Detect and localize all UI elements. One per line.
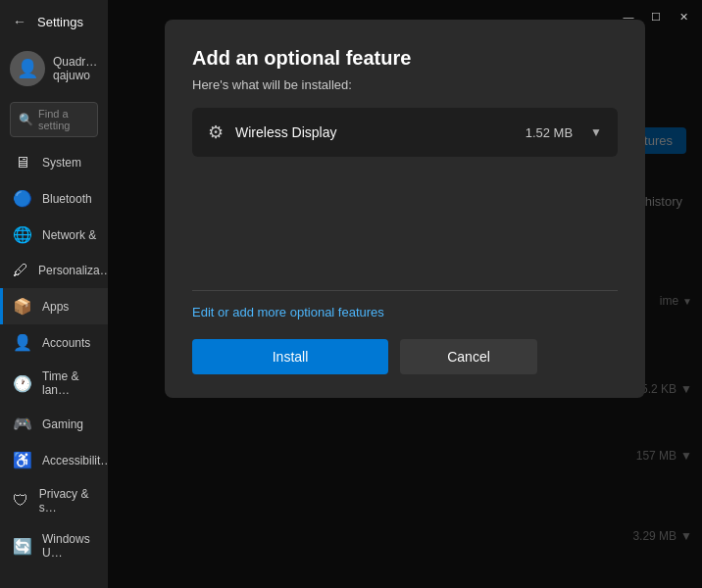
search-icon: 🔍	[19, 113, 33, 126]
sidebar-item-time[interactable]: 🕐 Time & lan…	[0, 361, 108, 406]
sidebar: ← Settings 👤 Quadr… qajuwo 🔍 Find a sett…	[0, 0, 108, 588]
install-button[interactable]: Install	[192, 339, 388, 374]
sidebar-item-label: Time & lan…	[42, 369, 98, 397]
sidebar-header: ← Settings	[0, 0, 108, 43]
sidebar-item-label: Apps	[42, 300, 69, 314]
add-optional-feature-modal: Add an optional feature Here's what will…	[165, 20, 645, 398]
avatar: 👤	[10, 51, 45, 86]
gaming-icon: 🎮	[13, 415, 32, 433]
modal-actions: Install Cancel	[192, 339, 618, 374]
avatar-icon: 👤	[17, 58, 38, 79]
sidebar-item-label: Bluetooth	[42, 192, 92, 206]
user-section: 👤 Quadr… qajuwo	[0, 43, 108, 94]
sidebar-item-privacy[interactable]: 🛡 Privacy & s…	[0, 478, 108, 523]
accounts-icon: 👤	[13, 333, 32, 352]
minimize-button[interactable]: —	[620, 8, 637, 25]
sidebar-item-system[interactable]: 🖥 System	[0, 145, 108, 180]
sidebar-item-label: Network &	[42, 228, 96, 242]
sidebar-item-network[interactable]: 🌐 Network &	[0, 217, 108, 253]
accessibility-icon: ♿	[13, 451, 32, 469]
sidebar-item-label: Windows U…	[42, 532, 98, 560]
cancel-button[interactable]: Cancel	[400, 339, 537, 374]
sidebar-item-label: Accessibilit…	[42, 454, 108, 467]
feature-name: Wireless Display	[235, 124, 514, 140]
network-icon: 🌐	[13, 225, 32, 244]
update-icon: 🔄	[13, 537, 32, 556]
sidebar-title: Settings	[37, 15, 83, 29]
sidebar-item-accessibility[interactable]: ♿ Accessibilit…	[0, 442, 108, 478]
modal-overlay: Add an optional feature Here's what will…	[108, 0, 702, 588]
close-button[interactable]: ✕	[675, 8, 692, 25]
search-box[interactable]: 🔍 Find a setting	[10, 102, 98, 137]
edit-features-link[interactable]: Edit or add more optional features	[192, 305, 618, 319]
bluetooth-icon: 🔵	[13, 189, 32, 208]
maximize-button[interactable]: ☐	[647, 8, 665, 25]
modal-spacer	[192, 172, 618, 290]
window-controls: — ☐ ✕	[620, 8, 692, 25]
personalization-icon: 🖊	[13, 262, 28, 279]
feature-expand-icon[interactable]: ▼	[590, 125, 602, 139]
sidebar-item-bluetooth[interactable]: 🔵 Bluetooth	[0, 180, 108, 217]
apps-icon: 📦	[13, 297, 32, 316]
user-name: Quadr…	[53, 55, 97, 69]
sidebar-item-label: Privacy & s…	[39, 487, 98, 514]
modal-divider	[192, 290, 618, 291]
nav-items: 🖥 System 🔵 Bluetooth 🌐 Network & 🖊 Perso…	[0, 145, 108, 588]
time-icon: 🕐	[13, 374, 32, 393]
feature-item[interactable]: ⚙ Wireless Display 1.52 MB ▼	[192, 108, 618, 157]
feature-gear-icon: ⚙	[208, 122, 224, 143]
sidebar-item-label: Personaliza…	[38, 264, 108, 277]
privacy-icon: 🛡	[13, 492, 29, 510]
modal-title: Add an optional feature	[192, 47, 618, 70]
sidebar-item-personalization[interactable]: 🖊 Personaliza…	[0, 253, 108, 288]
sidebar-item-label: System	[42, 156, 81, 170]
sidebar-item-label: Accounts	[42, 336, 90, 350]
sidebar-item-apps[interactable]: 📦 Apps	[0, 288, 108, 324]
sidebar-item-accounts[interactable]: 👤 Accounts	[0, 324, 108, 361]
sidebar-item-label: Gaming	[42, 417, 83, 431]
feature-size: 1.52 MB	[526, 125, 573, 140]
sidebar-item-windows-update[interactable]: 🔄 Windows U…	[0, 523, 108, 568]
back-icon[interactable]: ←	[10, 12, 29, 31]
sidebar-item-gaming[interactable]: 🎮 Gaming	[0, 406, 108, 442]
modal-subtitle: Here's what will be installed:	[192, 77, 618, 92]
search-placeholder: Find a setting	[38, 108, 89, 131]
system-icon: 🖥	[13, 154, 32, 172]
user-subname: qajuwo	[53, 69, 97, 82]
